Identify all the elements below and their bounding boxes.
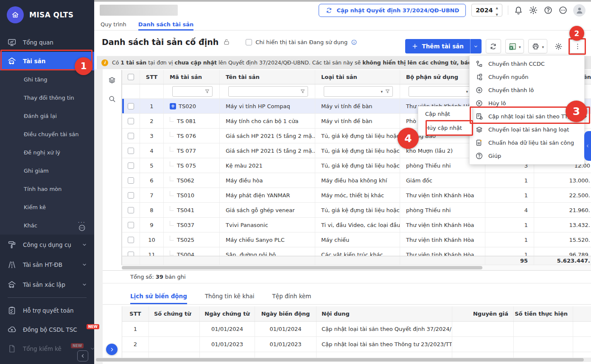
sidebar-subitem[interactable]: Tính hao mòn — [0, 180, 94, 198]
page-tab[interactable]: Quy trình — [101, 19, 126, 30]
detail-tab[interactable]: Thông tin kê khai — [205, 288, 255, 304]
history-cell: 01/01/2023 — [255, 337, 317, 352]
sidebar-item[interactable]: Tài sản xác lập — [0, 274, 94, 294]
menu-item[interactable]: Chuyển thành CCDC — [470, 57, 584, 70]
sidebar-subitem[interactable]: Kiểm kê — [0, 198, 94, 216]
row-checkbox[interactable] — [128, 148, 134, 154]
refresh-button[interactable] — [486, 39, 501, 53]
help-icon[interactable] — [543, 6, 553, 15]
chevron-right-icon — [109, 347, 115, 352]
asset-code-cell: TS 075 — [164, 158, 220, 173]
asset-cost: 22.500. — [534, 188, 591, 202]
table-row[interactable]: 6TS062Máy điều hòaMáy điều hòa không khí… — [122, 173, 591, 188]
sidebar-item-overview[interactable]: Tổng quan — [0, 33, 94, 52]
spinner-up-icon[interactable] — [496, 3, 498, 10]
column-filter-input[interactable] — [228, 86, 308, 97]
column-filter-input[interactable] — [409, 86, 478, 97]
year-selector[interactable]: 2024 — [471, 4, 502, 17]
row-checkbox[interactable] — [128, 222, 134, 228]
row-checkbox[interactable] — [128, 162, 134, 169]
sidebar-subitem[interactable]: Thay đổi thông tin — [0, 89, 94, 107]
asset-dept: Thư viện tỉnh Khánh Hòa — [400, 188, 485, 202]
sidebar-subitem[interactable]: Khác — [0, 216, 94, 235]
detail-tab[interactable]: Tệp đính kèm — [272, 288, 311, 304]
sidebar-item[interactable]: Tài sản HT-ĐB — [0, 255, 94, 274]
table-row[interactable]: 11TS004Sân, đường nội bộCác vật kiến trú… — [122, 247, 591, 256]
column-header: STT — [140, 70, 164, 84]
export-excel-button[interactable] — [505, 39, 524, 53]
add-asset-dropdown[interactable] — [470, 39, 482, 53]
summary-cell — [220, 256, 315, 265]
table-row[interactable]: 10TS025Máy chiếu Sanyo PLCMáy chiếuThư v… — [122, 232, 591, 247]
table-horizontal-scrollbar[interactable] — [122, 265, 591, 270]
tree-connector-icon — [170, 206, 174, 211]
select-all-checkbox[interactable] — [128, 74, 134, 80]
menu-item[interactable]: Chuyển thành lô — [470, 84, 584, 97]
plus-icon — [412, 43, 418, 50]
next-page-button[interactable] — [106, 344, 118, 355]
page-header: Danh sách tài sản cố định Chỉ hiển thị t… — [102, 37, 357, 47]
spinner-down-icon[interactable] — [496, 10, 498, 17]
asset-dept: phòng Thiếu nhi — [400, 203, 485, 217]
submenu-item[interactable]: Cập nhật — [418, 107, 472, 121]
gear-icon[interactable] — [529, 6, 538, 15]
year-spinner[interactable] — [496, 3, 498, 17]
expand-row-button[interactable] — [170, 103, 176, 109]
history-cell — [573, 337, 591, 352]
asset-qty: 1 — [485, 218, 534, 232]
sidebar-subitem[interactable]: Đề nghị xử lý — [0, 143, 94, 162]
inventory-icon — [7, 344, 17, 353]
sidebar-subitem[interactable]: Điều chuyển tài sản — [0, 125, 94, 143]
year-value: 2024 — [476, 7, 493, 14]
row-checkbox[interactable] — [128, 207, 134, 213]
row-checkbox[interactable] — [128, 133, 134, 139]
page-tab[interactable]: Danh sách tài sản — [138, 19, 193, 30]
menu-item[interactable]: Chuẩn hóa dữ liệu tài sản công — [470, 136, 584, 149]
bell-icon[interactable] — [514, 6, 523, 15]
sidebar-item[interactable]: Đồng bộ CSDL TSCNEW — [0, 320, 94, 339]
checkbox[interactable] — [246, 39, 252, 45]
row-checkbox[interactable] — [128, 177, 134, 184]
batch-cancel-icon — [475, 99, 483, 107]
detail-tab[interactable]: Lịch sử biến động — [130, 288, 187, 304]
table-row[interactable]: 7TS010Máy phát điện YANMARMáy móc, thiết… — [122, 188, 591, 203]
bottom-horizontal-scrollbar[interactable] — [94, 358, 591, 362]
submenu-item[interactable]: Hủy cập nhật — [418, 121, 472, 135]
sidebar-subitem[interactable]: Ghi giảm — [0, 162, 94, 180]
show-in-use-filter[interactable]: Chỉ hiển thị tài sản Đang sử dụng — [246, 39, 357, 45]
history-row[interactable]: 201/01/202301/01/2023Cập nhật loại tài s… — [122, 337, 591, 352]
scrollbar-thumb[interactable] — [96, 358, 584, 361]
add-asset-button[interactable]: Thêm tài sản — [405, 39, 482, 53]
menu-item[interactable]: Giúp — [470, 149, 584, 162]
table-settings-button[interactable] — [552, 39, 566, 53]
asset-code-cell: TS010 — [164, 188, 220, 202]
more-actions-button[interactable] — [570, 39, 585, 53]
column-filter-input[interactable] — [172, 86, 213, 97]
layers-icon[interactable] — [108, 76, 116, 84]
column-header: Nguyên giá — [452, 306, 514, 321]
avatar[interactable] — [573, 4, 585, 17]
row-checkbox[interactable] — [128, 192, 134, 199]
menu-item[interactable]: Chuyển loại tài sản hàng loạt — [470, 123, 584, 136]
search-icon[interactable] — [108, 95, 116, 103]
row-checkbox[interactable] — [128, 118, 134, 124]
filter-cell — [315, 84, 400, 98]
table-row[interactable]: 9TS037Tvivi PanasonicTi vi, đầu Video, c… — [122, 218, 591, 232]
more-icon[interactable] — [558, 6, 568, 15]
row-checkbox[interactable] — [128, 252, 134, 256]
column-filter-input[interactable] — [324, 86, 393, 97]
menu-item[interactable]: Chuyển nguồn — [470, 70, 584, 84]
scrollbar-thumb[interactable] — [122, 266, 482, 269]
print-button[interactable] — [528, 39, 547, 53]
update-decision-button[interactable]: Cập nhật Quyết định 37/2024/QĐ-UBND — [319, 4, 466, 17]
sidebar-collapse-button[interactable] — [77, 350, 88, 361]
history-row[interactable]: 101/01/202401/01/2024Cập nhật loại tài s… — [122, 322, 591, 337]
row-checkbox[interactable] — [128, 237, 134, 243]
sidebar-item[interactable]: Hỗ trợ quyết toán — [0, 301, 94, 320]
row-checkbox[interactable] — [128, 103, 134, 109]
sidebar-item[interactable]: Công cụ dụng cụ — [0, 235, 94, 255]
table-row[interactable]: 8TS041Giá sách gỗ ghép venearTủ, giá kệ … — [122, 203, 591, 218]
dropdown-caret-icon — [519, 43, 521, 50]
expand-panel-handle[interactable] — [584, 131, 591, 161]
sidebar-subitem[interactable]: Đánh giá lại — [0, 107, 94, 125]
